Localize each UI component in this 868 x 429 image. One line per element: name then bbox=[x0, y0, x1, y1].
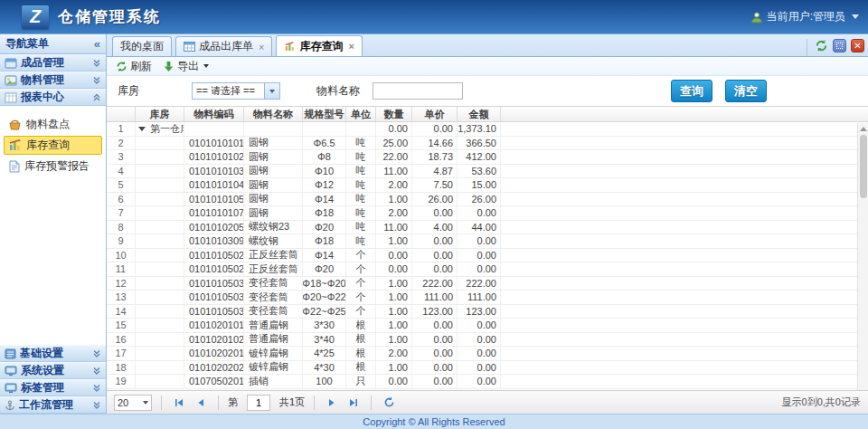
grid-row[interactable]: 14010101050303变径套筒Φ22~Φ25个1.00123.00123.… bbox=[107, 305, 857, 319]
group-label: 成品管理 bbox=[21, 55, 64, 71]
grid-row[interactable]: 70101010107圆钢Φ18吨2.000.000.00 bbox=[107, 206, 857, 221]
tab-my-desktop[interactable]: 我的桌面 bbox=[112, 36, 172, 56]
grid-row[interactable]: 80101010205螺纹钢23Φ20吨11.004.0044.00 bbox=[107, 221, 857, 235]
cell-amount: 1,373.10 bbox=[458, 122, 501, 136]
sidebar-group-material-mgmt[interactable]: 物料管理 bbox=[0, 72, 106, 89]
search-button[interactable]: 查询 bbox=[671, 80, 712, 102]
grid-row[interactable]: 50101010104圆钢Φ12吨2.007.5015.00 bbox=[107, 178, 857, 193]
cell-warehouse bbox=[136, 305, 184, 319]
grid-row[interactable]: 10010101050201正反丝套筒Φ14个0.000.000.00 bbox=[107, 249, 857, 263]
grid-row[interactable]: 1第一仓库0.000.001,373.10 bbox=[107, 122, 857, 137]
grid-row[interactable]: 20101010101圆钢Φ6.5吨25.0014.66366.50 bbox=[107, 137, 857, 151]
col-unit[interactable]: 单位 bbox=[346, 107, 376, 121]
collapse-sidebar-icon[interactable]: « bbox=[94, 37, 100, 51]
cell-qty: 0.00 bbox=[376, 262, 412, 276]
sidebar-group-report-center[interactable]: 报表中心 bbox=[0, 89, 106, 106]
clear-button[interactable]: 清空 bbox=[725, 80, 767, 102]
tab-close-icon[interactable]: × bbox=[348, 41, 354, 52]
cell-spec: 4*25 bbox=[303, 347, 346, 360]
col-amount[interactable]: 金额 bbox=[458, 107, 501, 121]
grid-row[interactable]: 150101020101普通扁钢3*30根1.000.000.00 bbox=[107, 319, 857, 333]
tab-inventory-query[interactable]: 库存查询 × bbox=[276, 35, 362, 56]
tab-close-icon[interactable]: × bbox=[259, 42, 264, 52]
warehouse-select-arrow-icon[interactable] bbox=[264, 83, 279, 99]
close-panel-icon[interactable]: ✕ bbox=[851, 39, 864, 52]
scroll-up-icon[interactable] bbox=[860, 127, 867, 131]
material-name-input[interactable] bbox=[373, 82, 463, 100]
col-qty[interactable]: 数量 bbox=[376, 107, 412, 121]
cell-rownum: 17 bbox=[107, 347, 136, 360]
col-warehouse[interactable]: 库房 bbox=[136, 107, 184, 121]
prev-page-button[interactable] bbox=[193, 395, 209, 411]
cell-price: 0.00 bbox=[412, 319, 458, 332]
cell-filler bbox=[501, 234, 857, 248]
cell-filler bbox=[501, 206, 857, 220]
cell-unit: 根 bbox=[346, 333, 376, 347]
table-icon bbox=[184, 42, 195, 52]
sidebar-item-inventory-query[interactable]: 库存查询 bbox=[4, 136, 102, 155]
tree-expand-icon[interactable] bbox=[138, 127, 146, 131]
col-spec[interactable]: 规格型号 bbox=[303, 107, 346, 121]
cell-amount: 0.00 bbox=[458, 249, 501, 262]
cell-warehouse bbox=[136, 249, 184, 262]
cell-rownum: 9 bbox=[107, 234, 136, 248]
cell-warehouse: 第一仓库 bbox=[136, 122, 184, 136]
cell-material-code: 010101050301 bbox=[184, 277, 244, 291]
grid-row[interactable]: 90101010309螺纹钢Φ18吨1.000.000.00 bbox=[107, 234, 857, 249]
maximize-icon[interactable] bbox=[833, 39, 846, 52]
grid-row[interactable]: 11010101050204正反丝套筒Φ20个0.000.000.00 bbox=[107, 262, 857, 277]
sidebar: 导航菜单 « 成品管理 物料管理 报表中心 物料盘点 bbox=[0, 34, 107, 414]
cell-spec: Φ18 bbox=[303, 206, 346, 220]
grid-scrollbar[interactable] bbox=[857, 123, 868, 390]
grid-row[interactable]: 12010101050301变径套筒Φ18~Φ20个1.00222.00222.… bbox=[107, 277, 857, 291]
cell-rownum: 6 bbox=[107, 193, 136, 206]
reload-grid-button[interactable] bbox=[381, 395, 397, 411]
grid-row[interactable]: 170101020201镀锌扁钢4*25根2.000.000.00 bbox=[107, 347, 857, 361]
sidebar-group-system-settings[interactable]: 系统设置 bbox=[0, 362, 106, 379]
cell-warehouse bbox=[136, 150, 184, 164]
warehouse-select[interactable]: == 请选择 == bbox=[192, 82, 280, 100]
cell-material-code: 0101020101 bbox=[184, 319, 244, 332]
grid-row[interactable]: 190107050201插销100只0.000.000.00 bbox=[107, 375, 857, 389]
cell-qty: 1.00 bbox=[376, 333, 412, 347]
grid-row[interactable]: 180101020202镀锌扁钢4*30根1.000.000.00 bbox=[107, 361, 857, 376]
col-material-code[interactable]: 物料编码 bbox=[184, 107, 244, 121]
monitor-icon bbox=[5, 383, 17, 394]
col-material-name[interactable]: 物料名称 bbox=[244, 107, 303, 121]
export-button[interactable]: 导出 bbox=[159, 58, 212, 75]
refresh-tabs-icon[interactable] bbox=[815, 39, 828, 52]
cell-spec: Φ14 bbox=[303, 249, 346, 262]
sidebar-group-basic-settings[interactable]: 基础设置 bbox=[0, 345, 106, 362]
grid-row[interactable]: 60101010105圆钢Φ14吨1.0026.0026.00 bbox=[107, 193, 857, 207]
cell-filler bbox=[501, 333, 857, 347]
user-icon bbox=[750, 11, 763, 24]
grid-row[interactable]: 13010101050302变径套筒Φ20~Φ22个1.00111.00111.… bbox=[107, 291, 857, 305]
tab-bar: 我的桌面 成品出库单 × 库存查询 × ✕ bbox=[107, 34, 868, 57]
sidebar-group-workflow-mgmt[interactable]: 工作流管理 bbox=[0, 396, 106, 414]
next-page-button[interactable] bbox=[324, 395, 340, 411]
page-size-select[interactable]: 20 bbox=[114, 395, 152, 411]
sidebar-group-label-mgmt[interactable]: 标签管理 bbox=[0, 379, 106, 396]
sidebar-group-product-mgmt[interactable]: 成品管理 bbox=[0, 54, 106, 72]
refresh-icon bbox=[116, 61, 127, 72]
grid-row[interactable]: 30101010102圆钢Φ8吨22.0018.73412.00 bbox=[107, 150, 857, 165]
cell-amount: 0.00 bbox=[458, 319, 501, 332]
grid-row[interactable]: 160101020102普通扁钢3*40根1.000.000.00 bbox=[107, 333, 857, 348]
page-number-input[interactable] bbox=[247, 395, 270, 411]
last-page-button[interactable] bbox=[345, 395, 362, 411]
col-price[interactable]: 单价 bbox=[412, 107, 458, 121]
grid-row[interactable]: 40101010103圆钢Φ10吨11.004.8753.60 bbox=[107, 165, 857, 179]
cell-material-code: 0101020102 bbox=[184, 333, 244, 347]
nav-header: 导航菜单 « bbox=[0, 34, 106, 54]
cell-filler bbox=[501, 319, 857, 332]
refresh-button[interactable]: 刷新 bbox=[112, 58, 156, 75]
user-menu[interactable]: 当前用户:管理员 bbox=[750, 9, 859, 24]
cell-rownum: 4 bbox=[107, 165, 136, 178]
first-page-button[interactable] bbox=[171, 395, 187, 411]
tab-product-outbound[interactable]: 成品出库单 × bbox=[175, 36, 272, 56]
cell-unit: 个 bbox=[346, 291, 376, 304]
scrollbar-thumb[interactable] bbox=[860, 135, 867, 198]
sidebar-item-inventory-warning-report[interactable]: 库存预警报告 bbox=[4, 157, 102, 176]
cell-warehouse bbox=[136, 277, 184, 291]
sidebar-item-material-count[interactable]: 物料盘点 bbox=[4, 115, 102, 134]
